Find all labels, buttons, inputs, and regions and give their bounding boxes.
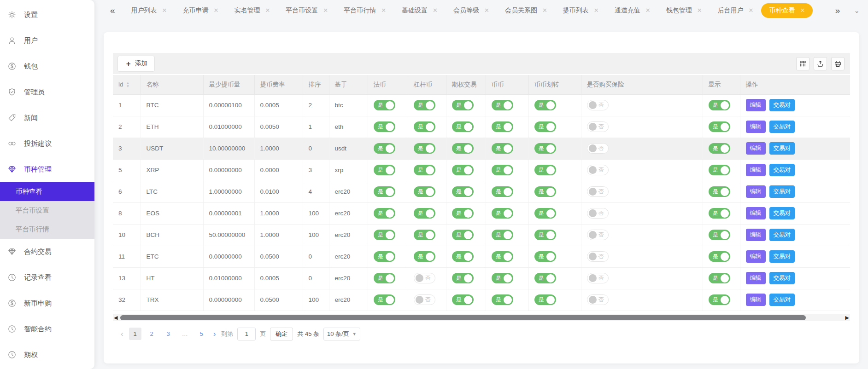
toggle-switch[interactable]: 是 <box>492 208 513 219</box>
toggle-switch[interactable]: 是 <box>374 143 395 154</box>
toggle-switch[interactable]: 是 <box>414 230 435 240</box>
tab-close-icon[interactable]: ✕ <box>594 7 599 13</box>
sidebar-subitem-2[interactable]: 平台币行情 <box>0 220 94 239</box>
toggle-switch[interactable]: 否 <box>587 294 609 305</box>
tab-0[interactable]: 用户列表✕ <box>123 3 175 18</box>
toggle-switch[interactable]: 是 <box>492 121 513 132</box>
toggle-switch[interactable]: 是 <box>709 251 730 262</box>
edit-button[interactable]: 编辑 <box>746 207 766 219</box>
toggle-switch[interactable]: 是 <box>534 208 556 219</box>
toggle-switch[interactable]: 是 <box>452 273 474 283</box>
toggle-switch[interactable]: 是 <box>414 251 435 262</box>
toggle-switch[interactable]: 是 <box>452 143 474 154</box>
toggle-switch[interactable]: 是 <box>452 121 474 132</box>
toggle-switch[interactable]: 是 <box>534 251 556 262</box>
toggle-switch[interactable]: 是 <box>534 273 556 283</box>
edit-button[interactable]: 编辑 <box>746 164 766 176</box>
sidebar-item-0[interactable]: 设置 <box>0 2 94 28</box>
sidebar-item-3[interactable]: 管理员 <box>0 79 94 105</box>
toggle-switch[interactable]: 是 <box>452 294 474 305</box>
edit-button[interactable]: 编辑 <box>746 99 766 111</box>
pair-button[interactable]: 交易对 <box>769 142 795 155</box>
goto-page-input[interactable] <box>237 328 256 340</box>
toggle-switch[interactable]: 是 <box>374 100 395 110</box>
scrollbar-thumb[interactable] <box>120 315 806 320</box>
pair-button[interactable]: 交易对 <box>769 250 795 263</box>
edit-button[interactable]: 编辑 <box>746 185 766 198</box>
sidebar-item-9[interactable]: 新币申购 <box>0 290 94 316</box>
sort-icon[interactable]: ▲▼ <box>126 81 130 88</box>
tab-6[interactable]: 会员等级✕ <box>446 3 497 18</box>
toggle-switch[interactable]: 是 <box>374 165 395 175</box>
toggle-switch[interactable]: 是 <box>492 294 513 305</box>
toggle-switch[interactable]: 是 <box>534 230 556 240</box>
toggle-switch[interactable]: 是 <box>374 273 395 283</box>
toggle-switch[interactable]: 否 <box>587 251 609 262</box>
sidebar-subitem-0[interactable]: 币种查看 <box>0 182 94 201</box>
toggle-switch[interactable]: 是 <box>709 230 730 240</box>
toggle-switch[interactable]: 是 <box>492 100 513 110</box>
toggle-switch[interactable]: 是 <box>492 251 513 262</box>
toggle-switch[interactable]: 是 <box>534 165 556 175</box>
toggle-switch[interactable]: 是 <box>414 165 435 175</box>
tab-7[interactable]: 会员关系图✕ <box>497 3 555 18</box>
toggle-switch[interactable]: 是 <box>452 100 474 110</box>
tab-4[interactable]: 平台币行情✕ <box>336 3 394 18</box>
tab-close-icon[interactable]: ✕ <box>645 7 651 13</box>
tab-3[interactable]: 平台币设置✕ <box>278 3 336 18</box>
columns-button[interactable] <box>796 57 809 70</box>
toggle-switch[interactable]: 是 <box>452 208 474 219</box>
toggle-switch[interactable]: 是 <box>452 186 474 197</box>
scroll-right-arrow-icon[interactable]: ▶ <box>845 315 849 320</box>
toggle-switch[interactable]: 否 <box>587 186 609 197</box>
edit-button[interactable]: 编辑 <box>746 229 766 241</box>
tabs-scroll-right-icon[interactable]: » <box>833 6 842 16</box>
tab-close-icon[interactable]: ✕ <box>265 7 270 13</box>
page-number-3[interactable]: 3 <box>162 328 175 340</box>
toggle-switch[interactable]: 是 <box>709 121 730 132</box>
sidebar-item-5[interactable]: 投拆建议 <box>0 131 94 156</box>
toggle-switch[interactable]: 是 <box>374 251 395 262</box>
sidebar-item-1[interactable]: 用户 <box>0 28 94 53</box>
edit-button[interactable]: 编辑 <box>746 272 766 284</box>
toggle-switch[interactable]: 是 <box>414 208 435 219</box>
sidebar-item-8[interactable]: 记录查看 <box>0 265 94 290</box>
toggle-switch[interactable]: 否 <box>587 143 609 154</box>
scroll-left-arrow-icon[interactable]: ◀ <box>114 315 117 320</box>
pair-button[interactable]: 交易对 <box>769 99 795 111</box>
edit-button[interactable]: 编辑 <box>746 294 766 306</box>
tab-close-icon[interactable]: ✕ <box>749 7 754 13</box>
tab-11[interactable]: 后台用户✕ <box>710 3 762 18</box>
toggle-switch[interactable]: 是 <box>709 273 730 283</box>
pair-button[interactable]: 交易对 <box>769 185 795 198</box>
pair-button[interactable]: 交易对 <box>769 164 795 176</box>
tab-close-icon[interactable]: ✕ <box>162 7 167 13</box>
toggle-switch[interactable]: 是 <box>709 186 730 197</box>
toggle-switch[interactable]: 否 <box>587 121 609 132</box>
page-number-2[interactable]: 2 <box>146 328 158 340</box>
toggle-switch[interactable]: 是 <box>414 100 435 110</box>
tab-close-icon[interactable]: ✕ <box>433 7 438 13</box>
tab-9[interactable]: 通道充值✕ <box>607 3 658 18</box>
toggle-switch[interactable]: 否 <box>587 165 609 175</box>
toggle-switch[interactable]: 是 <box>414 186 435 197</box>
toggle-switch[interactable]: 是 <box>374 208 395 219</box>
tab-1[interactable]: 充币申请✕ <box>175 3 226 18</box>
toggle-switch[interactable]: 是 <box>534 121 556 132</box>
page-number-1[interactable]: 1 <box>129 328 141 340</box>
toggle-switch[interactable]: 是 <box>374 121 395 132</box>
toggle-switch[interactable]: 是 <box>709 294 730 305</box>
tab-close-icon[interactable]: ✕ <box>484 7 489 13</box>
toggle-switch[interactable]: 是 <box>492 273 513 283</box>
pair-button[interactable]: 交易对 <box>769 272 795 284</box>
toggle-switch[interactable]: 是 <box>534 294 556 305</box>
sidebar-item-2[interactable]: 钱包 <box>0 53 94 79</box>
toggle-switch[interactable]: 是 <box>374 230 395 240</box>
goto-confirm-button[interactable]: 确定 <box>270 328 293 340</box>
toggle-switch[interactable]: 是 <box>709 165 730 175</box>
tab-close-icon[interactable]: ✕ <box>213 7 218 13</box>
sidebar-subitem-1[interactable]: 平台币设置 <box>0 201 94 220</box>
tab-close-icon[interactable]: ✕ <box>542 7 547 13</box>
tab-10[interactable]: 钱包管理✕ <box>658 3 710 18</box>
tab-close-icon[interactable]: ✕ <box>697 7 702 13</box>
